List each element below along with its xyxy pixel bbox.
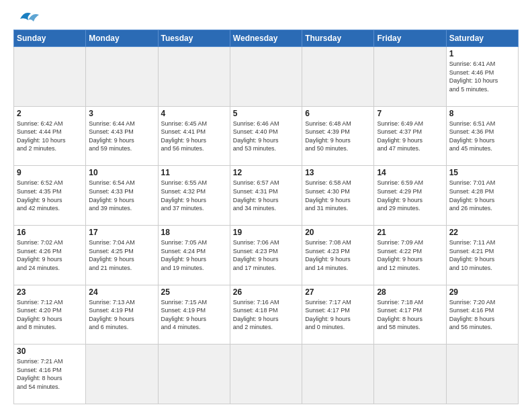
day-number: 25 [161, 287, 227, 297]
day-info: Sunrise: 7:08 AM Sunset: 4:23 PM Dayligh… [305, 238, 371, 272]
day-info: Sunrise: 6:54 AM Sunset: 4:33 PM Dayligh… [89, 179, 154, 212]
day-info: Sunrise: 7:16 AM Sunset: 4:18 PM Dayligh… [233, 298, 299, 332]
calendar-day: 11Sunrise: 6:55 AM Sunset: 4:32 PM Dayli… [158, 166, 230, 226]
day-info: Sunrise: 6:48 AM Sunset: 4:39 PM Dayligh… [305, 120, 371, 153]
day-number: 23 [17, 287, 83, 297]
calendar-day [86, 47, 158, 107]
day-info: Sunrise: 7:11 AM Sunset: 4:21 PM Dayligh… [449, 238, 515, 272]
day-info: Sunrise: 6:59 AM Sunset: 4:29 PM Dayligh… [377, 179, 443, 212]
day-info: Sunrise: 6:44 AM Sunset: 4:43 PM Dayligh… [89, 120, 154, 153]
day-number: 14 [377, 168, 443, 177]
calendar-day: 18Sunrise: 7:05 AM Sunset: 4:24 PM Dayli… [158, 225, 230, 285]
calendar-day: 1Sunrise: 6:41 AM Sunset: 4:46 PM Daylig… [446, 47, 518, 107]
day-info: Sunrise: 7:06 AM Sunset: 4:23 PM Dayligh… [233, 238, 299, 272]
logo-bird-icon [15, 9, 40, 24]
day-info: Sunrise: 6:57 AM Sunset: 4:31 PM Dayligh… [233, 179, 299, 212]
day-number: 30 [17, 347, 83, 356]
calendar-day: 6Sunrise: 6:48 AM Sunset: 4:39 PM Daylig… [302, 106, 374, 166]
day-info: Sunrise: 6:45 AM Sunset: 4:41 PM Dayligh… [161, 120, 227, 153]
day-number: 22 [449, 228, 515, 237]
calendar-day [302, 47, 374, 107]
day-number: 9 [17, 168, 83, 177]
day-number: 10 [89, 168, 154, 177]
weekday-header-friday: Friday [374, 30, 446, 47]
calendar-day: 25Sunrise: 7:15 AM Sunset: 4:19 PM Dayli… [158, 285, 230, 345]
calendar-day: 10Sunrise: 6:54 AM Sunset: 4:33 PM Dayli… [86, 166, 158, 226]
calendar-day [86, 345, 158, 404]
calendar-day: 27Sunrise: 7:17 AM Sunset: 4:17 PM Dayli… [302, 285, 374, 345]
calendar-day: 7Sunrise: 6:49 AM Sunset: 4:37 PM Daylig… [374, 106, 446, 166]
day-number: 12 [233, 168, 299, 177]
calendar-day: 15Sunrise: 7:01 AM Sunset: 4:28 PM Dayli… [446, 166, 518, 226]
day-number: 3 [89, 109, 154, 118]
day-info: Sunrise: 7:13 AM Sunset: 4:19 PM Dayligh… [89, 298, 154, 332]
calendar-day: 26Sunrise: 7:16 AM Sunset: 4:18 PM Dayli… [230, 285, 302, 345]
weekday-header-row: SundayMondayTuesdayWednesdayThursdayFrid… [14, 30, 519, 47]
calendar-day [302, 345, 374, 404]
calendar-day: 14Sunrise: 6:59 AM Sunset: 4:29 PM Dayli… [374, 166, 446, 226]
calendar-day: 16Sunrise: 7:02 AM Sunset: 4:26 PM Dayli… [14, 225, 86, 285]
calendar-day: 12Sunrise: 6:57 AM Sunset: 4:31 PM Dayli… [230, 166, 302, 226]
calendar-header: SundayMondayTuesdayWednesdayThursdayFrid… [14, 30, 519, 47]
calendar-day: 29Sunrise: 7:20 AM Sunset: 4:16 PM Dayli… [446, 285, 518, 345]
weekday-header-tuesday: Tuesday [158, 30, 230, 47]
calendar-week-4: 16Sunrise: 7:02 AM Sunset: 4:26 PM Dayli… [14, 225, 519, 285]
day-info: Sunrise: 6:51 AM Sunset: 4:36 PM Dayligh… [449, 120, 515, 153]
calendar-day [230, 345, 302, 404]
day-info: Sunrise: 7:18 AM Sunset: 4:17 PM Dayligh… [377, 298, 443, 332]
calendar-day: 9Sunrise: 6:52 AM Sunset: 4:35 PM Daylig… [14, 166, 86, 226]
day-info: Sunrise: 6:58 AM Sunset: 4:30 PM Dayligh… [305, 179, 371, 212]
calendar-day: 20Sunrise: 7:08 AM Sunset: 4:23 PM Dayli… [302, 225, 374, 285]
page: SundayMondayTuesdayWednesdayThursdayFrid… [0, 0, 532, 411]
day-info: Sunrise: 7:12 AM Sunset: 4:20 PM Dayligh… [17, 298, 83, 332]
calendar-day: 24Sunrise: 7:13 AM Sunset: 4:19 PM Dayli… [86, 285, 158, 345]
day-number: 5 [233, 109, 299, 118]
calendar-day: 17Sunrise: 7:04 AM Sunset: 4:25 PM Dayli… [86, 225, 158, 285]
calendar-day: 3Sunrise: 6:44 AM Sunset: 4:43 PM Daylig… [86, 106, 158, 166]
day-info: Sunrise: 7:21 AM Sunset: 4:16 PM Dayligh… [17, 357, 83, 391]
day-number: 17 [89, 228, 154, 237]
day-number: 27 [305, 287, 371, 297]
day-number: 29 [449, 287, 515, 297]
calendar-day: 23Sunrise: 7:12 AM Sunset: 4:20 PM Dayli… [14, 285, 86, 345]
day-number: 26 [233, 287, 299, 297]
calendar-day [14, 47, 86, 107]
day-info: Sunrise: 6:41 AM Sunset: 4:46 PM Dayligh… [449, 60, 515, 93]
day-number: 20 [305, 228, 371, 237]
day-number: 1 [449, 49, 515, 58]
calendar-day: 4Sunrise: 6:45 AM Sunset: 4:41 PM Daylig… [158, 106, 230, 166]
day-number: 2 [17, 109, 83, 118]
calendar-day [374, 47, 446, 107]
calendar-week-5: 23Sunrise: 7:12 AM Sunset: 4:20 PM Dayli… [14, 285, 519, 345]
calendar-week-2: 2Sunrise: 6:42 AM Sunset: 4:44 PM Daylig… [14, 106, 519, 166]
day-number: 18 [161, 228, 227, 237]
day-number: 4 [161, 109, 227, 118]
calendar: SundayMondayTuesdayWednesdayThursdayFrid… [13, 30, 519, 404]
weekday-header-thursday: Thursday [302, 30, 374, 47]
calendar-day: 28Sunrise: 7:18 AM Sunset: 4:17 PM Dayli… [374, 285, 446, 345]
day-number: 24 [89, 287, 154, 297]
day-number: 8 [449, 109, 515, 118]
calendar-day [158, 345, 230, 404]
weekday-header-monday: Monday [86, 30, 158, 47]
calendar-day: 2Sunrise: 6:42 AM Sunset: 4:44 PM Daylig… [14, 106, 86, 166]
day-number: 13 [305, 168, 371, 177]
calendar-day: 21Sunrise: 7:09 AM Sunset: 4:22 PM Dayli… [374, 225, 446, 285]
calendar-day: 8Sunrise: 6:51 AM Sunset: 4:36 PM Daylig… [446, 106, 518, 166]
calendar-day: 5Sunrise: 6:46 AM Sunset: 4:40 PM Daylig… [230, 106, 302, 166]
day-info: Sunrise: 6:55 AM Sunset: 4:32 PM Dayligh… [161, 179, 227, 212]
day-info: Sunrise: 6:46 AM Sunset: 4:40 PM Dayligh… [233, 120, 299, 153]
day-number: 16 [17, 228, 83, 237]
header [13, 12, 519, 24]
day-number: 15 [449, 168, 515, 177]
calendar-day: 30Sunrise: 7:21 AM Sunset: 4:16 PM Dayli… [14, 345, 86, 404]
calendar-day [230, 47, 302, 107]
day-info: Sunrise: 7:02 AM Sunset: 4:26 PM Dayligh… [17, 238, 83, 272]
weekday-header-sunday: Sunday [14, 30, 86, 47]
calendar-day [374, 345, 446, 404]
calendar-body: 1Sunrise: 6:41 AM Sunset: 4:46 PM Daylig… [14, 47, 519, 404]
day-info: Sunrise: 6:42 AM Sunset: 4:44 PM Dayligh… [17, 120, 83, 153]
day-number: 21 [377, 228, 443, 237]
calendar-day: 13Sunrise: 6:58 AM Sunset: 4:30 PM Dayli… [302, 166, 374, 226]
day-number: 11 [161, 168, 227, 177]
